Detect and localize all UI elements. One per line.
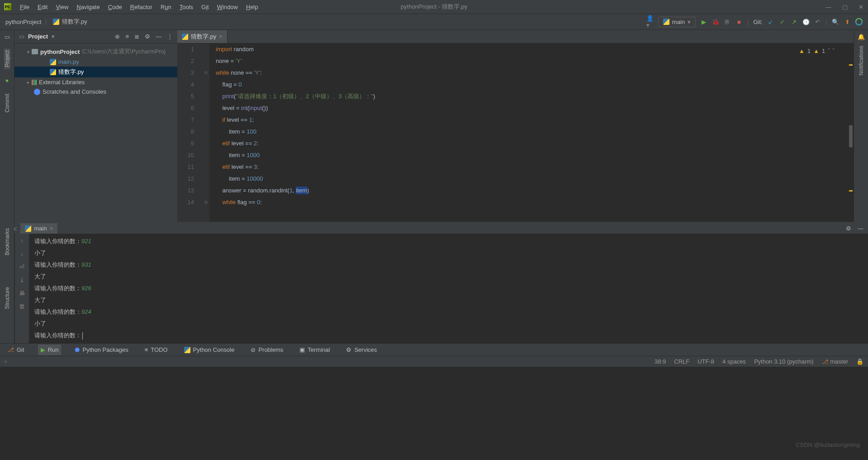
navigation-toolbar: pythonProject 〉 猜数字.py 👤▾ main ▾ ▶ 🐞 ⛨ ■… [0,14,868,30]
hide-icon[interactable]: — [156,33,161,40]
services-tab[interactable]: ⚙Services [343,345,379,355]
trash-icon[interactable]: 🗑 [19,303,25,310]
expand-all-icon[interactable]: ≡ [125,33,129,40]
history-icon[interactable]: 🕓 [802,18,810,25]
commit-icon[interactable]: ✓ [779,18,786,25]
close-tab-icon[interactable]: × [219,33,223,40]
terminal-tab[interactable]: ▣Terminal [297,345,332,355]
bottom-tool-stripe: ⎇Git ▶Run ⬢Python Packages ≡TODO Python … [0,343,868,356]
run-icon[interactable]: ▶ [700,18,707,25]
todo-tab[interactable]: ≡TODO [142,345,171,355]
tree-root[interactable]: ▾ pythonProject C:\Users\六道通冥\PycharmPro… [14,46,177,57]
lock-icon[interactable]: 🔒 [856,358,863,365]
debug-icon[interactable]: 🐞 [712,18,719,25]
menu-navigate[interactable]: Navigate [76,4,100,10]
coverage-icon[interactable]: ⛨ [724,18,731,25]
project-tool-window: ▭ Project ▾ ⊕ ≡ ≣ ⚙ — ⋮ ▾ pythonProject … [14,30,177,222]
git-label: Git: [753,19,762,25]
soft-wrap-icon[interactable]: ⏎ [19,264,24,270]
packages-tab[interactable]: ⬢Python Packages [72,345,131,355]
menu-file[interactable]: FFileile [20,4,29,10]
project-tree[interactable]: ▾ pythonProject C:\Users\六道通冥\PycharmPro… [14,43,177,99]
run-left-toolbar2: ↑ ↓ ⏎ ⤓ 🖶 🗑 [14,234,29,343]
notifications-icon[interactable]: 🔔 [858,34,865,40]
minimize-icon[interactable]: — [825,4,831,10]
python-console-tab[interactable]: Python Console [181,345,237,355]
notifications-tab[interactable]: Notifications [858,44,864,77]
settings-icon[interactable]: ⚙ [145,33,150,40]
breadcrumb-project[interactable]: pythonProject [5,19,42,25]
bookmarks-tab[interactable]: Bookmarks [4,226,10,257]
down-icon[interactable]: ↓ [20,250,24,257]
encoding[interactable]: UTF-8 [697,358,714,365]
menu-refactor[interactable]: Refactor [130,4,152,10]
project-pane-title: Project [28,33,48,40]
close-icon[interactable]: ✕ [859,4,863,10]
scratches-icon [34,89,40,95]
git-branch[interactable]: ⎇ master [822,358,848,365]
warning-icon: ▲ [799,45,805,57]
tree-file-main[interactable]: main.py [14,57,177,67]
git-tab[interactable]: ⎇Git [5,345,27,355]
commit-stripe-icon[interactable]: ● [5,77,9,84]
menu-view[interactable]: View [56,4,68,10]
structure-tab[interactable]: Structure [4,285,10,311]
push-icon[interactable]: ↗ [791,18,798,25]
user-icon[interactable]: 👤▾ [646,18,654,25]
scroll-end-icon[interactable]: ⤓ [19,277,24,283]
project-stripe-icon[interactable]: ▭ [5,34,10,40]
run-tab[interactable]: main × [20,223,57,234]
run-tool-window: Run: main × ⚙ — ↻ 🔧 ■ ⊟ 📌 ↑ ↓ ⏎ ⤓ 🖶 🗑 请输… [0,222,868,343]
project-tab[interactable]: Project [4,48,10,69]
editor-tabs: 猜数字.py × [177,30,854,43]
rollback-icon[interactable]: ↶ [814,18,821,25]
tool-window-quick-icon[interactable]: ▫ [5,358,7,365]
menu-git[interactable]: Git [201,4,209,10]
select-open-file-icon[interactable]: ⊕ [115,33,120,40]
problems-tab[interactable]: ⊘Problems [248,345,286,355]
code-editor[interactable]: 1234567891011121314 ⊖⊖ import randomnone… [177,43,854,222]
editor-scrollbar[interactable] [848,57,854,222]
menu-run[interactable]: Run [161,4,171,10]
menu-window[interactable]: Window [217,4,238,10]
commit-tab[interactable]: Commit [4,92,10,114]
breadcrumb[interactable]: pythonProject 〉 猜数字.py [5,18,87,26]
stop-icon[interactable]: ■ [735,18,743,25]
close-run-tab-icon[interactable]: × [50,225,53,232]
code-with-me-icon[interactable] [855,18,863,25]
menu-tools[interactable]: Tools [180,4,193,10]
up-icon[interactable]: ↑ [20,237,24,244]
menu-edit[interactable]: Edit [38,4,47,10]
inspection-widget[interactable]: ▲1 ▲1 ˆˇ [799,45,835,57]
search-icon[interactable]: 🔍 [832,18,839,25]
maximize-icon[interactable]: ▢ [842,4,848,10]
ide-update-icon[interactable]: ⬆ [844,18,851,25]
menu-help[interactable]: Help [246,4,258,10]
run-console[interactable]: 请输入你猜的数：921小了请输入你猜的数：931大了请输入你猜的数：926大了请… [29,234,868,343]
print-icon[interactable]: 🖶 [19,290,25,297]
menu-code[interactable]: Code [108,4,122,10]
library-icon [32,80,37,85]
collapse-all-icon[interactable]: ≣ [134,33,139,40]
folding-gutter[interactable]: ⊖⊖ [202,43,209,222]
editor-tab-active[interactable]: 猜数字.py × [177,30,228,43]
line-separator[interactable]: CRLF [674,358,689,365]
python-icon [25,225,31,232]
caret-position[interactable]: 38:9 [655,358,666,365]
python-icon [184,347,190,353]
run-settings-icon[interactable]: ⚙ [846,225,851,232]
breadcrumb-file[interactable]: 猜数字.py [62,18,87,26]
interpreter[interactable]: Python 3.10 (pycharm) [754,358,814,365]
more-icon[interactable]: ⋮ [167,33,173,40]
python-file-icon [50,69,56,75]
tree-external-libs[interactable]: ▸External Libraries [14,77,177,87]
editor: 猜数字.py × 1234567891011121314 ⊖⊖ import r… [177,30,854,222]
folder-icon [32,49,38,54]
run-bottom-tab[interactable]: ▶Run [38,345,62,355]
tree-scratches[interactable]: Scratches and Consoles [14,87,177,96]
tree-file-guess[interactable]: 猜数字.py [14,67,177,77]
indent[interactable]: 4 spaces [722,358,746,365]
run-config-selector[interactable]: main ▾ [658,17,696,27]
run-hide-icon[interactable]: — [858,225,863,232]
update-icon[interactable]: ↙ [767,18,774,25]
